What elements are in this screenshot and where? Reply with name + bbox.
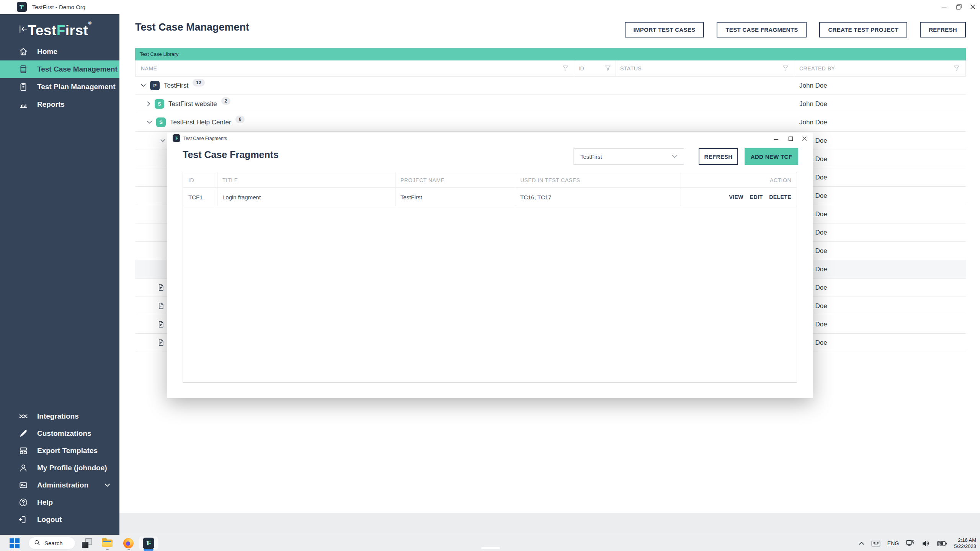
chevron-down-icon[interactable] [141, 84, 146, 87]
modal-maximize-button[interactable] [786, 134, 795, 143]
export-templates-icon [18, 446, 28, 456]
help-icon [18, 497, 28, 507]
name-cell: PTestFirst12 [135, 77, 966, 95]
sidebar-item-customizations[interactable]: Customizations [0, 425, 119, 442]
fragments-table-header: ID TITLE PROJECT NAME USED IN TEST CASES… [183, 172, 797, 188]
modal-close-button[interactable] [800, 134, 809, 143]
app-icon: TF [17, 2, 27, 12]
sidebar-item-label: My Profile (johndoe) [37, 464, 107, 472]
test-case-fragments-window: TF Test Case Fragments Test Case Fragmen… [167, 132, 813, 398]
refresh-button[interactable]: REFRESH [920, 22, 966, 37]
import-test-cases-button[interactable]: IMPORT TEST CASES [625, 22, 704, 37]
sidebar-item-administration[interactable]: Administration [0, 476, 119, 494]
chevron-right-icon[interactable] [147, 101, 150, 106]
table-row[interactable]: STestFirst Help Center6John Doe [135, 113, 966, 132]
show-desktop-bar [481, 547, 500, 549]
window-restore-button[interactable] [953, 1, 965, 13]
screen: TF TestFirst - Demo Org TestFirst® HomeT… [0, 0, 980, 551]
modal-heading: Test Case Fragments [183, 149, 279, 160]
create-test-project-button[interactable]: CREATE TEST PROJECT [819, 22, 907, 37]
logout-icon [18, 515, 28, 525]
window-close-button[interactable] [967, 1, 978, 13]
suite-badge: S [155, 99, 164, 109]
sidebar-item-label: Test Case Management [37, 65, 118, 73]
created-by-cell: John Doe [799, 113, 827, 131]
column-header-used-in-test-cases: USED IN TEST CASES [520, 172, 580, 188]
sidebar-item-label: Export Templates [37, 447, 98, 455]
add-new-tcf-button[interactable]: ADD NEW TCF [745, 148, 798, 165]
delete-link[interactable]: DELETE [769, 194, 791, 200]
modal-minimize-button[interactable] [771, 134, 781, 143]
sidebar-item-label: Home [37, 47, 57, 56]
chevron-down-icon[interactable] [160, 139, 165, 142]
modal-titlebar: TF Test Case Fragments [167, 132, 813, 144]
cast-device-icon[interactable] [906, 540, 915, 547]
window-minimize-button[interactable] [939, 1, 950, 13]
window-titlebar: TF TestFirst - Demo Org [0, 0, 980, 14]
table-row[interactable]: STestFirst website2John Doe [135, 95, 966, 113]
test-case-fragments-button[interactable]: TEST CASE FRAGMENTS [717, 22, 807, 37]
task-view-button[interactable] [82, 538, 92, 548]
fragment-project: TestFirst [400, 188, 422, 206]
name-cell: STestFirst website2 [135, 95, 966, 113]
modal-refresh-button[interactable]: REFRESH [699, 148, 738, 165]
project-badge: P [150, 81, 160, 90]
test-case-icon [18, 64, 28, 74]
sidebar-item-logout[interactable]: Logout [0, 511, 119, 528]
document-icon [157, 320, 165, 328]
name-cell: STestFirst Help Center6 [135, 113, 966, 131]
page-title: Test Case Management [135, 21, 249, 33]
view-link[interactable]: VIEW [729, 194, 743, 200]
filter-icon[interactable] [562, 64, 569, 73]
column-header-action: ACTION [770, 172, 791, 188]
sidebar-item-test-case-management[interactable]: Test Case Management [0, 60, 119, 78]
app-logo: TestFirst® [0, 20, 119, 39]
filter-icon[interactable] [604, 64, 612, 73]
app-icon: TF [173, 134, 180, 142]
battery-icon[interactable] [937, 541, 947, 546]
sidebar-nav-top: HomeTest Case ManagementTest Plan Manage… [0, 43, 119, 113]
touch-keyboard-icon[interactable] [871, 540, 880, 547]
language-indicator[interactable]: ENG [887, 540, 899, 546]
count-badge: 12 [193, 79, 204, 86]
modal-title: Test Case Fragments [183, 132, 227, 144]
volume-icon[interactable] [922, 540, 930, 547]
sidebar-item-test-plan-management[interactable]: Test Plan Management [0, 78, 119, 96]
sidebar-item-reports[interactable]: Reports [0, 96, 119, 113]
project-select[interactable]: TestFirst [573, 148, 684, 165]
sidebar-item-help[interactable]: Help [0, 494, 119, 511]
row-name: TestFirst website [168, 100, 217, 108]
sidebar-item-label: Logout [37, 515, 62, 524]
running-indicator [106, 549, 109, 550]
integrations-icon [18, 411, 28, 421]
start-button[interactable] [10, 538, 20, 548]
filter-icon[interactable] [782, 64, 789, 73]
tray-chevron-up-icon[interactable] [859, 541, 864, 545]
column-header-title: TITLE [222, 172, 238, 188]
sidebar-item-home[interactable]: Home [0, 43, 119, 60]
table-row[interactable]: TCF1 Login fragment TestFirst TC16, TC17… [183, 188, 797, 206]
table-row[interactable]: PTestFirst12John Doe [135, 77, 966, 95]
file-explorer-button[interactable] [102, 538, 113, 547]
sidebar-item-label: Reports [37, 100, 65, 109]
chevron-down-icon[interactable] [147, 121, 152, 124]
document-icon [157, 302, 165, 310]
administration-icon [18, 480, 28, 490]
fragment-actions: VIEWEDITDELETE [729, 188, 791, 206]
document-icon [157, 284, 165, 292]
filter-icon[interactable] [953, 64, 960, 73]
sidebar-item-integrations[interactable]: Integrations [0, 408, 119, 425]
sidebar: TestFirst® HomeTest Case ManagementTest … [0, 14, 119, 535]
table-caption: Test Case Library [135, 48, 966, 60]
sidebar-item-my-profile-johndoe[interactable]: My Profile (johndoe) [0, 459, 119, 476]
created-by-cell: John Doe [799, 77, 827, 95]
search-icon [34, 539, 41, 547]
count-badge: 6 [235, 116, 245, 123]
sidebar-item-export-templates[interactable]: Export Templates [0, 442, 119, 459]
edit-link[interactable]: EDIT [750, 194, 763, 200]
clock[interactable]: 2:16 AM 5/22/2023 [954, 537, 976, 549]
testfirst-app-button[interactable]: TF [139, 536, 158, 550]
column-header-project-name: PROJECT NAME [400, 172, 444, 188]
firefox-button[interactable] [123, 538, 134, 548]
search-input[interactable]: Search [28, 537, 75, 549]
